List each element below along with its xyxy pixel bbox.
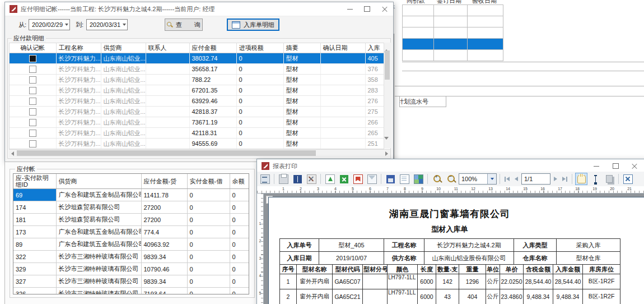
table-row[interactable]: 长沙万科魅力... 山东南山铝业... 42818.37 0 型材 275 xyxy=(10,107,384,117)
column-header[interactable]: 确认日期 xyxy=(320,43,365,53)
zoom-select[interactable]: 100% xyxy=(459,173,497,185)
page-setup-button[interactable] xyxy=(305,173,318,185)
column-header[interactable]: 联系人 xyxy=(146,43,189,53)
table-row[interactable]: 长沙万科魅力... 山东南山铝业... 38032.74 0 型材 405 xyxy=(10,53,384,64)
prev-page-button[interactable] xyxy=(513,177,520,181)
first-page-button[interactable] xyxy=(503,177,511,182)
confirm-checkbox[interactable] xyxy=(29,108,36,116)
table-row[interactable]: 173 广东合和建筑五金制品有限公司 774.4 0 0 xyxy=(13,226,249,238)
supplier-cell: 长沙坦森贸易有限公司 xyxy=(56,201,141,214)
page-indicator-input[interactable]: 1/1 xyxy=(521,173,550,185)
table-row[interactable]: 长沙万科魅力... 山东南山铝业... 35658.17 0 型材 376 xyxy=(10,64,384,75)
column-header[interactable]: 摘要 xyxy=(283,43,320,53)
preview-area[interactable]: 湖南亘晟门窗幕墙有限公司 型材入库单 入库单号 型材_405 工程名称 长沙万科… xyxy=(264,194,644,304)
send-mail-button[interactable] xyxy=(366,173,378,185)
column-header[interactable]: 工程名称 xyxy=(56,43,101,53)
chevron-down-icon[interactable] xyxy=(64,20,69,30)
column-header[interactable]: 应付金额 xyxy=(189,43,236,53)
multi-page-button[interactable] xyxy=(412,173,424,185)
table-row[interactable]: 长沙万科魅力... 山东南山铝业... 63929.46 0 型材 276 xyxy=(10,96,384,107)
close-button[interactable] xyxy=(376,2,393,16)
zoom-out-button[interactable] xyxy=(445,173,457,185)
table-row[interactable]: 长沙万科魅力... 山东南山铝业... 788.22 0 型材 358 xyxy=(10,75,384,85)
table-row[interactable]: 长沙万科魅力... 山东南山铝业... 67201.35 0 型材 283 xyxy=(10,85,384,96)
table-row[interactable]: 69 广东合和建筑五金制品有限公司 11411.78 0 0 xyxy=(13,189,249,201)
close-preview-button[interactable] xyxy=(622,173,634,185)
scroll-left-icon[interactable] xyxy=(11,151,14,156)
maximize-button[interactable] xyxy=(358,2,376,16)
confirm-checkbox[interactable] xyxy=(29,130,36,137)
open-button[interactable] xyxy=(291,173,304,185)
table-row[interactable]: 长沙万科魅力... 山东南山铝业... 42118.31 0 型材 265 xyxy=(10,128,384,139)
column-header[interactable]: 确认记帐 xyxy=(10,43,56,53)
table-row[interactable]: 长沙万科魅力... 山东南山铝业... 94555.69 0 型材 251 xyxy=(10,139,384,149)
toolbar-separator xyxy=(572,174,572,184)
table-row[interactable]: 329 长沙市三湘特种玻璃有限公司 10790.46 0 0 xyxy=(13,263,249,275)
scroll-down-icon[interactable] xyxy=(384,137,389,146)
minimize-button[interactable] xyxy=(341,2,358,16)
location-cell: B区-1R2F xyxy=(583,274,620,289)
vertical-scrollbar[interactable] xyxy=(384,43,391,148)
inbound-detail-button[interactable]: 入库单明细 xyxy=(227,19,279,31)
column-header[interactable]: 供货商 xyxy=(56,174,141,189)
close-button[interactable] xyxy=(626,159,644,173)
table-row[interactable]: 181 长沙坦森贸易有限公司 27200 0 0 xyxy=(13,214,249,226)
company-name: 湖南亘晟门窗幕墙有限公司 xyxy=(279,208,620,220)
confirm-checkbox[interactable] xyxy=(29,140,36,148)
summary-cell: 型材 xyxy=(283,128,320,139)
confirm-checkbox[interactable] xyxy=(29,98,36,105)
confirm-checkbox[interactable] xyxy=(29,55,36,62)
vertical-ruler: 12345 xyxy=(257,194,264,304)
query-button[interactable]: 查 询 xyxy=(165,19,203,31)
table-row[interactable]: 174 长沙坦森贸易有限公司 27200 0 0 xyxy=(13,201,249,214)
balance-cell: 0 xyxy=(230,263,249,275)
payable-account-panel: 应付帐 应-实付款明细ID 供货商 应付金额-贷 实付金额-借 余额 xyxy=(4,162,260,304)
single-page-button[interactable] xyxy=(398,173,410,185)
column-header[interactable]: 入库 xyxy=(365,43,384,53)
next-page-button[interactable] xyxy=(552,177,559,181)
maximize-button[interactable] xyxy=(606,159,626,173)
table-row[interactable]: 长沙万科魅力... 山东南山铝业... 73671.19 0 型材 266 xyxy=(10,117,384,128)
column-header[interactable]: 实付金额-借 xyxy=(187,174,230,189)
scrollbar-thumb[interactable] xyxy=(17,150,316,156)
confirm-checkbox[interactable] xyxy=(29,119,36,126)
horizontal-scrollbar[interactable] xyxy=(9,149,390,157)
confirm-checkbox[interactable] xyxy=(29,76,36,84)
column-header[interactable]: 余额 xyxy=(230,174,249,189)
copy-pages-button[interactable] xyxy=(603,173,615,185)
scrollbar-thumb[interactable] xyxy=(385,50,390,80)
amount-cell: 73671.19 xyxy=(189,117,236,128)
zoom-in-button[interactable] xyxy=(431,173,443,185)
column-header[interactable]: 进项税额 xyxy=(236,43,283,53)
minimize-button[interactable] xyxy=(586,159,606,173)
table-row[interactable]: 326 长沙市三湘特种玻璃有限公司 7193.64 0 0 xyxy=(13,288,249,295)
save-button[interactable] xyxy=(384,173,396,185)
supplier-cell: 山东南山铝业... xyxy=(101,128,146,139)
weight-cell: 404 xyxy=(459,289,486,304)
table-row[interactable]: 322 长沙市三湘特种玻璃有限公司 9839.34 0 0 xyxy=(13,251,249,263)
column-header[interactable]: 供货商 xyxy=(101,43,146,53)
chevron-down-icon[interactable] xyxy=(487,174,496,184)
confirm-checkbox[interactable] xyxy=(29,66,36,73)
table-row[interactable]: 89 广东合和建筑五金制品有限公司 40963.92 0 0 xyxy=(13,238,249,251)
column-header[interactable]: 应-实付款明细ID xyxy=(13,174,56,189)
chevron-down-icon[interactable] xyxy=(122,20,127,30)
hand-tool-button[interactable] xyxy=(575,173,587,185)
export-excel-button[interactable] xyxy=(338,173,350,185)
text-select-button[interactable] xyxy=(589,173,601,185)
column-header[interactable]: 应付金额-贷 xyxy=(141,174,187,189)
to-date-select[interactable]: 2020/03/31 xyxy=(86,19,128,30)
last-page-button[interactable] xyxy=(561,177,569,182)
toc-panel-button[interactable] xyxy=(259,173,271,185)
report-info-table: 入库单号 型材_405 工程名称 长沙万科魅力之城4.2期 入库类型 采购入库 … xyxy=(279,238,620,265)
export-button[interactable] xyxy=(324,173,336,185)
bg-selected-row[interactable] xyxy=(403,39,434,50)
from-date-select[interactable]: 2020/02/29 xyxy=(29,19,70,30)
titlebar[interactable]: 应付明细记帐------当前工程: 长沙万科魅力之城4.2期------当前用户… xyxy=(5,2,393,16)
table-row[interactable]: 327 长沙市三湘特种玻璃有限公司 9839.34 0 0 xyxy=(13,275,249,288)
export-pdf-button[interactable] xyxy=(352,173,364,185)
scroll-right-icon[interactable] xyxy=(385,151,388,156)
confirm-checkbox[interactable] xyxy=(29,87,36,94)
print-button[interactable] xyxy=(277,173,290,185)
id-cell: 181 xyxy=(13,214,56,226)
